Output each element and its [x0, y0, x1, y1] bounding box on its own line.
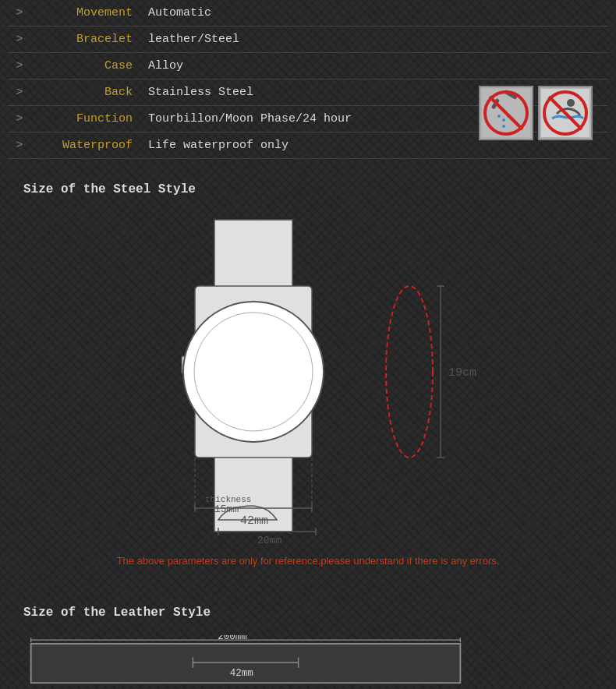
- steel-size-title: Size of the Steel Style: [23, 182, 593, 196]
- value-cell: Automatic: [140, 0, 608, 26]
- svg-point-19: [194, 313, 313, 431]
- no-shower-svg: [482, 89, 530, 137]
- label-cell: Bracelet: [31, 26, 140, 53]
- arrow-cell: >: [8, 0, 31, 26]
- label-cell: Back: [31, 80, 140, 106]
- spec-row: > Movement Automatic: [8, 0, 608, 26]
- steel-size-section: Size of the Steel Style 42mm: [0, 167, 616, 606]
- waterproof-icons: [479, 86, 593, 140]
- arrow-cell: >: [8, 132, 31, 159]
- svg-text:200mm: 200mm: [218, 635, 247, 642]
- label-cell: Function: [31, 106, 140, 132]
- value-cell: Alloy: [140, 53, 608, 80]
- svg-text:42mm: 42mm: [230, 668, 253, 679]
- label-cell: Movement: [31, 0, 140, 26]
- svg-text:19cm: 19cm: [448, 366, 476, 380]
- svg-text:20mm: 20mm: [257, 535, 281, 546]
- svg-text:15mm: 15mm: [214, 504, 239, 515]
- watch-diagram-container: 42mm 19cm 20mm thickness 15mm: [23, 212, 593, 547]
- leather-diagram-container: 200mm 42mm: [23, 635, 593, 689]
- arrow-cell: >: [8, 26, 31, 53]
- no-swim-icon-box: [538, 86, 593, 140]
- value-cell: leather/Steel: [140, 26, 608, 53]
- svg-point-7: [502, 125, 505, 128]
- svg-text:42mm: 42mm: [240, 514, 268, 528]
- svg-point-4: [502, 118, 505, 122]
- svg-point-20: [386, 286, 433, 458]
- arrow-cell: >: [8, 80, 31, 106]
- no-shower-icon-box: [479, 86, 533, 140]
- leather-size-title: Size of the Leather Style: [23, 606, 593, 620]
- label-cell: Waterproof: [31, 132, 140, 159]
- label-cell: Case: [31, 53, 140, 80]
- leather-diagram-svg: 200mm 42mm: [23, 635, 468, 689]
- arrow-cell: >: [8, 53, 31, 80]
- spec-row: > Bracelet leather/Steel: [8, 26, 608, 53]
- spec-row: > Case Alloy: [8, 53, 608, 80]
- arrow-cell: >: [8, 106, 31, 132]
- svg-point-3: [497, 115, 501, 118]
- watch-diagram-svg: 42mm 19cm 20mm thickness 15mm: [90, 212, 526, 547]
- svg-point-11: [567, 99, 575, 107]
- no-swim-svg: [541, 89, 589, 137]
- disclaimer-text: The above parameters are only for refere…: [23, 555, 593, 567]
- leather-size-section: Size of the Leather Style 200mm 42mm: [0, 606, 616, 689]
